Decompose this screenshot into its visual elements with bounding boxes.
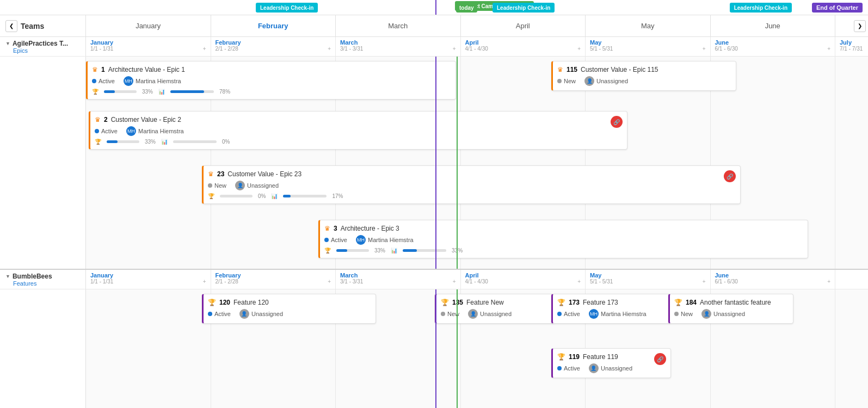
epic-3-progress: 🏆 33% 📊 33% xyxy=(324,248,803,254)
bb-jan-title: January xyxy=(90,272,206,279)
feat-119-title: Feature 119 xyxy=(583,353,618,361)
epic-23-card[interactable]: 🔗 ♛ 23 Customer Value - Epic 23 New xyxy=(202,165,741,204)
bumblebees-sub-label[interactable]: Features xyxy=(5,280,80,287)
team-agile-practices: ▼ AgilePractices T... Epics January 1/1 … xyxy=(0,37,868,270)
epic-1-chart-icon: 📊 xyxy=(158,89,165,95)
agile-jul-dates: 7/1 - 7/31 xyxy=(840,46,864,52)
epic-1-avatar: MH xyxy=(124,76,133,86)
feat-120-status-dot xyxy=(208,312,212,316)
bb-mar-header: March 3/1 - 3/31+ xyxy=(336,270,461,289)
teams-header: ❮ Teams xyxy=(0,15,86,36)
feature-135-card[interactable]: 🏆 135 Feature New New 👤 Unassigned xyxy=(435,294,555,324)
epic-23-trophy: 🏆 xyxy=(208,193,214,199)
bumblebees-team-name[interactable]: ▼ BumbleBees xyxy=(5,273,80,280)
feat-119-num: 119 xyxy=(569,353,580,361)
epic-1-bar1-fill xyxy=(104,90,115,93)
feat-184-status-label: New xyxy=(681,311,693,317)
agile-jan-add[interactable]: + xyxy=(203,46,206,52)
bb-apr-title: April xyxy=(465,272,581,279)
agile-jul-title: July xyxy=(840,39,864,46)
bb-mar-add[interactable]: + xyxy=(453,279,456,285)
bb-may-add[interactable]: + xyxy=(703,279,706,285)
bb-may-header: May 5/1 - 5/31+ xyxy=(586,270,711,289)
feat-173-status-dot xyxy=(557,312,562,316)
feat-135-icon: 🏆 xyxy=(441,299,449,306)
epic-115-title: Customer Value - Epic 115 xyxy=(581,66,658,73)
feat-173-status-label: Active xyxy=(564,311,580,317)
feat-120-assignee-label: Unassigned xyxy=(251,311,283,317)
epic-3-chart: 📊 xyxy=(391,248,397,254)
feature-120-card[interactable]: 🏆 120 Feature 120 Active 👤 Unassig xyxy=(202,294,376,324)
epic-2-num: 2 xyxy=(104,116,108,123)
feat-120-assignee: 👤 Unassigned xyxy=(239,309,283,319)
agile-jan-header: January 1/1 - 1/31+ xyxy=(86,37,211,56)
feature-173-card[interactable]: 🏆 173 Feature 173 Active MH Martina xyxy=(551,294,671,324)
month-feb: February xyxy=(211,15,336,36)
epic-23-assignee: 👤 Unassigned xyxy=(235,181,279,190)
epic-1-pct2: 78% xyxy=(219,89,230,95)
feat-120-num: 120 xyxy=(219,299,230,306)
month-mar: March xyxy=(336,15,461,36)
epic-3-assignee-label: Martina Hiemstra xyxy=(368,237,414,243)
leadership-tag-1: Leadership Check-in xyxy=(256,3,318,13)
agile-mar-add[interactable]: + xyxy=(453,46,456,52)
bumblebees-features-area: 🏆 120 Feature 120 Active 👤 Unassig xyxy=(0,289,868,408)
feat-119-link-btn[interactable]: 🔗 xyxy=(654,353,666,365)
main-scroll[interactable]: ▼ AgilePractices T... Epics January 1/1 … xyxy=(0,37,868,408)
feat-135-avatar: 👤 xyxy=(468,309,478,319)
bb-mar-dates: 3/1 - 3/31+ xyxy=(340,279,456,285)
epic-2-link-btn[interactable]: 🔗 xyxy=(611,116,623,128)
nav-left-button[interactable]: ❮ xyxy=(5,20,17,32)
bumblebees-collapse-arrow: ▼ xyxy=(5,274,10,279)
feat-120-icon: 🏆 xyxy=(208,299,216,306)
epic-115-meta: New 👤 Unassigned xyxy=(557,76,731,86)
feat-184-meta: New 👤 Unassigned xyxy=(674,309,789,319)
epic-2-card[interactable]: 🔗 ♛ 2 Customer Value - Epic 2 Active xyxy=(89,111,627,150)
bb-jun-add[interactable]: + xyxy=(827,279,830,285)
epic-23-link-btn[interactable]: 🔗 xyxy=(724,170,736,182)
agile-jun-add[interactable]: + xyxy=(827,46,830,52)
bb-bg-jan xyxy=(86,289,211,408)
end-of-quarter-tag: End of Quarter xyxy=(812,3,863,13)
epic-2-status-label: Active xyxy=(101,128,118,134)
today-line-bb xyxy=(457,289,458,408)
agile-sub-label[interactable]: Epics xyxy=(5,47,80,54)
agile-mar-dates: 3/1 - 3/31+ xyxy=(340,46,456,52)
bb-feb-add[interactable]: + xyxy=(328,279,331,285)
feature-119-card[interactable]: 🔗 🏆 119 Feature 119 Active xyxy=(551,348,671,378)
agile-may-add[interactable]: + xyxy=(703,46,706,52)
bb-jan-dates: 1/1 - 1/31+ xyxy=(90,279,206,285)
epic-23-status-dot xyxy=(208,183,212,188)
agile-team-header: ▼ AgilePractices T... Epics January 1/1 … xyxy=(0,37,868,57)
agile-apr-add[interactable]: + xyxy=(577,46,581,52)
bb-apr-add[interactable]: + xyxy=(577,279,581,285)
bb-feb-title: February xyxy=(216,272,331,279)
epic-2-status: Active xyxy=(95,128,118,134)
agile-feb-add[interactable]: + xyxy=(328,46,331,52)
team-bumblebees: ▼ BumbleBees Features January 1/1 - 1/31… xyxy=(0,270,868,408)
feat-119-status-label: Active xyxy=(564,365,580,372)
bb-may-title: May xyxy=(590,272,706,279)
bg-jul xyxy=(835,57,868,269)
agile-jan-title: January xyxy=(90,39,206,46)
agile-epics-sidebar xyxy=(0,57,86,269)
agile-mar-title: March xyxy=(340,39,456,46)
epic-115-icon: ♛ xyxy=(557,66,563,73)
bumblebees-sidebar: ▼ BumbleBees Features xyxy=(0,270,86,289)
epic-1-card[interactable]: ♛ 1 Architecture Value - Epic 1 Active M… xyxy=(86,61,456,100)
app-container: End of Quarter Product Campaign Release … xyxy=(0,0,868,408)
epic-2-avatar: MH xyxy=(126,126,136,136)
nav-right-button[interactable]: ❯ xyxy=(854,20,866,32)
agile-team-name[interactable]: ▼ AgilePractices T... xyxy=(5,40,80,47)
bb-jan-add[interactable]: + xyxy=(203,279,206,285)
epic-115-card[interactable]: ♛ 115 Customer Value - Epic 115 New 👤 xyxy=(551,61,736,91)
feat-184-assignee: 👤 Unassigned xyxy=(701,309,745,319)
milestone-line-agile xyxy=(435,57,436,269)
feature-184-card[interactable]: 🏆 184 Another fantastic feature New 👤 xyxy=(668,294,793,324)
epic-1-assignee: MH Martina Hiemstra xyxy=(124,76,181,86)
agile-feb-title: February xyxy=(216,39,331,46)
feat-119-avatar: 👤 xyxy=(589,363,599,373)
epic-3-card[interactable]: ♛ 3 Architecture - Epic 3 Active MH xyxy=(318,220,808,258)
epic-115-status-label: New xyxy=(564,78,576,84)
agile-may-dates: 5/1 - 5/31+ xyxy=(590,46,706,52)
